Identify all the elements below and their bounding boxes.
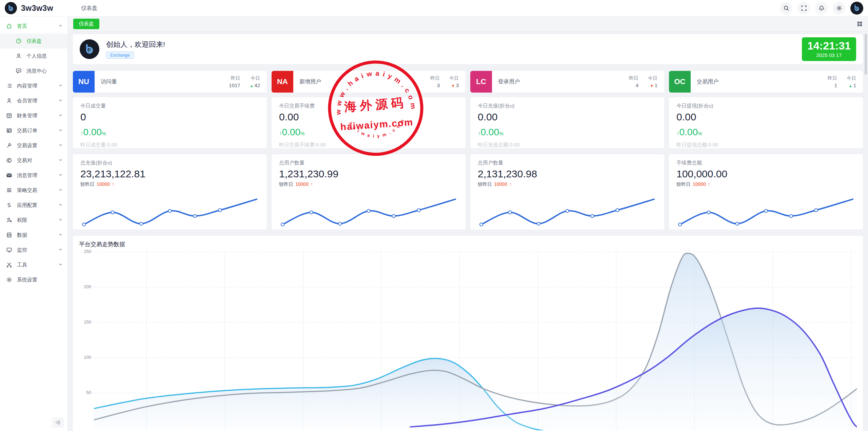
sidebar-item-app-config[interactable]: 应用配置 (0, 198, 67, 213)
compare-value: 10000 (295, 181, 309, 187)
chevron-down-icon (58, 172, 63, 178)
settings-button[interactable] (833, 2, 845, 15)
sidebar-item-data[interactable]: 数据 (0, 228, 67, 242)
sidebar-item-label: 监控 (17, 247, 58, 253)
card-footer: 昨日提现总额:0.00 (676, 142, 855, 148)
y-axis-tick: 250 (79, 249, 91, 254)
tab-layout-grid-icon[interactable] (857, 21, 863, 27)
sidebar-item-label: 系统设置 (17, 277, 63, 283)
stat-chips-row: NU 访问量 昨日1017 今日▲42 NA 新增用户 昨日3 今日▼3 (73, 71, 863, 93)
today-volume-card: 今日成交量 0 ↑0.00% 昨日成交量:0.00 (73, 97, 267, 148)
stat-chip-label: 访问量 (101, 78, 229, 85)
chevron-down-icon (58, 157, 63, 163)
up-arrow-icon: ↑ (509, 181, 512, 187)
total-deposit-card: 总充值(折合u) 23,213,122.81 较昨日10000↑ (73, 154, 267, 230)
trend-down-icon: ▼ (451, 84, 455, 88)
chat-icon (16, 68, 22, 74)
compare-label: 较昨日 (478, 181, 492, 187)
card-value: 100,000.00 (676, 168, 855, 180)
user-icon (16, 53, 22, 59)
sidebar-item-trade-settings[interactable]: 交易设置 (0, 138, 67, 153)
stat-chip-code: NA (272, 71, 293, 93)
search-button[interactable] (780, 2, 792, 15)
sidebar-item-monitoring[interactable]: 监控 (0, 242, 67, 257)
percent-suffix: % (499, 131, 503, 136)
topnav-item-dashboard[interactable]: 仪表盘 (78, 0, 101, 16)
sidebar-item-profile[interactable]: 个人信息 (0, 48, 67, 63)
sidebar-item-finance-mgmt[interactable]: 财务管理 (0, 108, 67, 123)
stat-chip-label: 新增用户 (299, 78, 430, 85)
chevron-down-icon (58, 232, 63, 238)
stat-chip-label: 交易用户 (697, 78, 828, 85)
member-icon (6, 98, 12, 104)
sidebar-item-label: 消息中心 (26, 68, 63, 74)
sidebar-item-label: 内容管理 (17, 83, 58, 89)
sidebar-item-home[interactable]: 首页 (0, 19, 67, 34)
today-value: 1 (655, 82, 657, 88)
chevron-down-icon (58, 202, 63, 208)
wrench-icon (6, 142, 12, 149)
card-footer: 昨日成交量:0.00 (80, 142, 259, 148)
notifications-button[interactable] (815, 2, 828, 15)
sidebar-item-permissions[interactable]: 权限 (0, 213, 67, 228)
sidebar-item-content-mgmt[interactable]: 内容管理 (0, 78, 67, 93)
trend-chart-title: 平台交易走势数据 (79, 240, 857, 248)
tools-icon (6, 262, 12, 268)
compare-label: 较昨日 (80, 181, 95, 187)
sparkline-chart (676, 193, 855, 230)
sidebar-item-message-center[interactable]: 消息中心 (0, 63, 67, 78)
sidebar-item-label: 应用配置 (17, 202, 58, 209)
percent-value: 0.00 (679, 127, 698, 138)
sidebar-item-trading-pairs[interactable]: 交易对 (0, 153, 67, 168)
card-value: 23,213,122.81 (80, 168, 259, 180)
y-axis-tick: 200 (79, 285, 91, 289)
percent-value: 0.00 (481, 127, 499, 138)
trend-chart-svg (94, 250, 857, 430)
yesterday-label: 昨日 (828, 75, 837, 81)
sidebar-item-member-mgmt[interactable]: 会员管理 (0, 93, 67, 108)
brand-title: 3w3w3w (21, 4, 53, 13)
sidebar-item-label: 仪表盘 (26, 38, 63, 44)
scrollbar-thumb[interactable] (865, 34, 867, 75)
today-fee-card: 今日交易手续费 0.00 ↑0.00% 昨日交易手续费:0.00 (272, 97, 466, 148)
home-icon (6, 23, 12, 29)
menu-fold-icon (55, 420, 61, 425)
gear-icon (836, 5, 842, 11)
user-avatar[interactable] (850, 2, 863, 15)
sidebar-item-label: 交易设置 (17, 142, 58, 149)
today-label: 今日 (449, 75, 459, 81)
sidebar-item-label: 交易对 (17, 157, 58, 164)
topbar-actions (780, 2, 863, 15)
card-footer: 昨日充值总额:0.00 (478, 142, 657, 148)
clock-widget: 14:21:31 2025 03 17 (802, 37, 856, 61)
stat-chip-new-users: NA 新增用户 昨日3 今日▼3 (272, 71, 466, 93)
stat-chip-code: LC (470, 71, 492, 93)
sidebar-collapse-button[interactable] (52, 417, 64, 428)
percent-value: 0.00 (83, 127, 102, 138)
sidebar-item-message-mgmt[interactable]: 消息管理 (0, 168, 67, 183)
sidebar-item-trade-orders[interactable]: 交易订单 (0, 123, 67, 138)
y-axis-tick: 100 (79, 355, 91, 359)
sidebar-item-label: 交易订单 (17, 128, 58, 134)
card-value: 0.00 (478, 111, 657, 123)
y-axis-tick: 150 (79, 320, 91, 324)
main-area: 仪表盘 创始人，欢迎回来 (68, 17, 868, 431)
sidebar-item-tools[interactable]: 工具 (0, 257, 67, 272)
tab-dashboard[interactable]: 仪表盘 (73, 19, 99, 29)
up-arrow-icon: ↑ (279, 130, 282, 137)
link-s-icon (6, 202, 12, 208)
trend-chart-card: 平台交易走势数据 250 200 150 100 50 (73, 236, 863, 431)
envelope-icon (6, 172, 12, 178)
up-arrow-icon: ↑ (478, 130, 481, 137)
sidebar-item-strategy-trading[interactable]: 策略交易 (0, 183, 67, 198)
today-value: 3 (456, 82, 459, 88)
sidebar-item-system-settings[interactable]: 系统设置 (0, 272, 67, 287)
card-title: 今日提现(折合u) (676, 103, 855, 109)
stat-chip-trade-users: OC 交易用户 昨日1 今日▲1 (669, 71, 863, 93)
exchange-badge[interactable]: Exchange (106, 52, 134, 59)
fullscreen-button[interactable] (797, 2, 810, 15)
compare-label: 较昨日 (676, 181, 691, 187)
sidebar-item-dashboard[interactable]: 仪表盘 (0, 34, 67, 48)
admin-dashboard: 3w3w3w 仪表盘 (0, 0, 868, 431)
clock-date: 2025 03 17 (816, 52, 842, 58)
